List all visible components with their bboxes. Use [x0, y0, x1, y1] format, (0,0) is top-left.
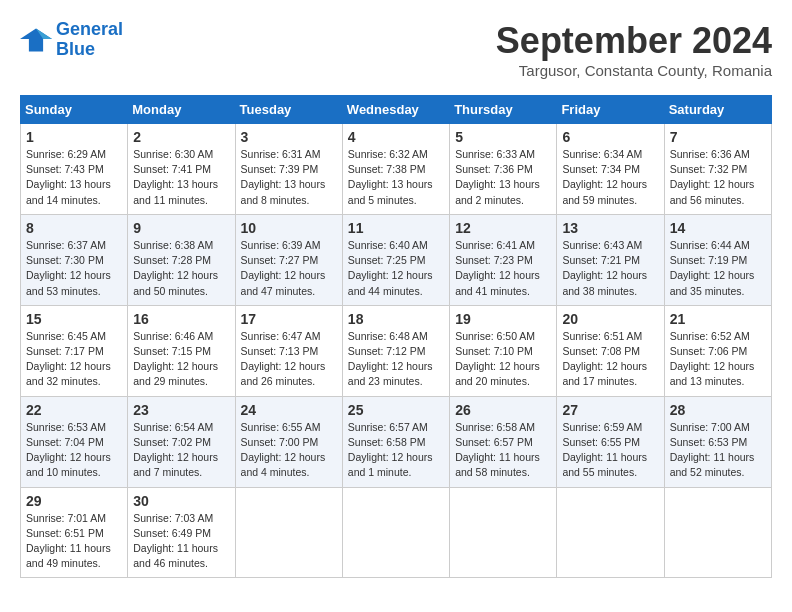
info-line: Sunrise: 6:57 AM — [348, 421, 428, 433]
info-line: and 41 minutes. — [455, 285, 530, 297]
day-number: 18 — [348, 311, 444, 327]
day-number: 28 — [670, 402, 766, 418]
info-line: Sunrise: 6:37 AM — [26, 239, 106, 251]
calendar-cell: 16Sunrise: 6:46 AMSunset: 7:15 PMDayligh… — [128, 305, 235, 396]
calendar-cell: 24Sunrise: 6:55 AMSunset: 7:00 PMDayligh… — [235, 396, 342, 487]
info-line: Daylight: 12 hours — [348, 451, 433, 463]
info-line: Sunset: 7:39 PM — [241, 163, 319, 175]
info-line: Sunrise: 7:03 AM — [133, 512, 213, 524]
info-line: Sunset: 7:28 PM — [133, 254, 211, 266]
info-line: Sunset: 7:12 PM — [348, 345, 426, 357]
header-monday: Monday — [128, 96, 235, 124]
day-number: 11 — [348, 220, 444, 236]
calendar-cell: 19Sunrise: 6:50 AMSunset: 7:10 PMDayligh… — [450, 305, 557, 396]
info-line: Sunset: 6:53 PM — [670, 436, 748, 448]
day-number: 3 — [241, 129, 337, 145]
calendar-cell: 21Sunrise: 6:52 AMSunset: 7:06 PMDayligh… — [664, 305, 771, 396]
info-line: Sunrise: 6:39 AM — [241, 239, 321, 251]
day-number: 16 — [133, 311, 229, 327]
info-line: Sunset: 7:25 PM — [348, 254, 426, 266]
info-line: Sunset: 7:10 PM — [455, 345, 533, 357]
info-line: Sunset: 7:08 PM — [562, 345, 640, 357]
info-line: Daylight: 11 hours — [670, 451, 755, 463]
logo-text: General Blue — [56, 20, 123, 60]
calendar-cell: 6Sunrise: 6:34 AMSunset: 7:34 PMDaylight… — [557, 124, 664, 215]
day-info: Sunrise: 6:40 AMSunset: 7:25 PMDaylight:… — [348, 238, 444, 299]
day-number: 7 — [670, 129, 766, 145]
info-line: Daylight: 11 hours — [26, 542, 111, 554]
logo-icon — [20, 26, 52, 54]
info-line: Sunset: 7:34 PM — [562, 163, 640, 175]
week-row-2: 8Sunrise: 6:37 AMSunset: 7:30 PMDaylight… — [21, 214, 772, 305]
location-subtitle: Targusor, Constanta County, Romania — [496, 62, 772, 79]
day-info: Sunrise: 7:01 AMSunset: 6:51 PMDaylight:… — [26, 511, 122, 572]
info-line: Sunrise: 7:01 AM — [26, 512, 106, 524]
info-line: Sunrise: 7:00 AM — [670, 421, 750, 433]
info-line: Daylight: 12 hours — [241, 269, 326, 281]
day-info: Sunrise: 6:48 AMSunset: 7:12 PMDaylight:… — [348, 329, 444, 390]
day-info: Sunrise: 6:59 AMSunset: 6:55 PMDaylight:… — [562, 420, 658, 481]
day-info: Sunrise: 7:00 AMSunset: 6:53 PMDaylight:… — [670, 420, 766, 481]
info-line: and 29 minutes. — [133, 375, 208, 387]
info-line: and 8 minutes. — [241, 194, 310, 206]
info-line: and 1 minute. — [348, 466, 412, 478]
info-line: and 49 minutes. — [26, 557, 101, 569]
info-line: Sunset: 6:57 PM — [455, 436, 533, 448]
title-block: September 2024 Targusor, Constanta Count… — [496, 20, 772, 79]
day-info: Sunrise: 6:55 AMSunset: 7:00 PMDaylight:… — [241, 420, 337, 481]
info-line: and 46 minutes. — [133, 557, 208, 569]
day-info: Sunrise: 6:30 AMSunset: 7:41 PMDaylight:… — [133, 147, 229, 208]
info-line: Sunset: 7:19 PM — [670, 254, 748, 266]
svg-marker-0 — [20, 28, 52, 51]
day-info: Sunrise: 6:58 AMSunset: 6:57 PMDaylight:… — [455, 420, 551, 481]
info-line: Sunrise: 6:34 AM — [562, 148, 642, 160]
info-line: Sunrise: 6:59 AM — [562, 421, 642, 433]
day-number: 1 — [26, 129, 122, 145]
info-line: Daylight: 13 hours — [241, 178, 326, 190]
day-info: Sunrise: 6:34 AMSunset: 7:34 PMDaylight:… — [562, 147, 658, 208]
info-line: Sunrise: 6:52 AM — [670, 330, 750, 342]
calendar-cell: 3Sunrise: 6:31 AMSunset: 7:39 PMDaylight… — [235, 124, 342, 215]
info-line: Sunrise: 6:47 AM — [241, 330, 321, 342]
day-info: Sunrise: 6:33 AMSunset: 7:36 PMDaylight:… — [455, 147, 551, 208]
info-line: Sunrise: 6:43 AM — [562, 239, 642, 251]
day-info: Sunrise: 6:54 AMSunset: 7:02 PMDaylight:… — [133, 420, 229, 481]
info-line: Daylight: 12 hours — [133, 269, 218, 281]
day-number: 2 — [133, 129, 229, 145]
info-line: Sunset: 6:49 PM — [133, 527, 211, 539]
day-info: Sunrise: 6:57 AMSunset: 6:58 PMDaylight:… — [348, 420, 444, 481]
info-line: Sunset: 7:36 PM — [455, 163, 533, 175]
info-line: and 58 minutes. — [455, 466, 530, 478]
info-line: and 11 minutes. — [133, 194, 208, 206]
day-info: Sunrise: 7:03 AMSunset: 6:49 PMDaylight:… — [133, 511, 229, 572]
info-line: Sunset: 6:58 PM — [348, 436, 426, 448]
info-line: Daylight: 12 hours — [562, 360, 647, 372]
calendar-cell: 13Sunrise: 6:43 AMSunset: 7:21 PMDayligh… — [557, 214, 664, 305]
info-line: and 38 minutes. — [562, 285, 637, 297]
info-line: Daylight: 13 hours — [26, 178, 111, 190]
info-line: and 13 minutes. — [670, 375, 745, 387]
info-line: Sunrise: 6:46 AM — [133, 330, 213, 342]
calendar-cell — [235, 487, 342, 578]
info-line: Daylight: 12 hours — [562, 269, 647, 281]
info-line: Sunrise: 6:53 AM — [26, 421, 106, 433]
week-row-1: 1Sunrise: 6:29 AMSunset: 7:43 PMDaylight… — [21, 124, 772, 215]
info-line: and 59 minutes. — [562, 194, 637, 206]
calendar-cell: 30Sunrise: 7:03 AMSunset: 6:49 PMDayligh… — [128, 487, 235, 578]
info-line: Sunrise: 6:33 AM — [455, 148, 535, 160]
info-line: Sunrise: 6:45 AM — [26, 330, 106, 342]
info-line: Daylight: 12 hours — [133, 360, 218, 372]
calendar-cell: 5Sunrise: 6:33 AMSunset: 7:36 PMDaylight… — [450, 124, 557, 215]
day-number: 23 — [133, 402, 229, 418]
info-line: Daylight: 12 hours — [670, 178, 755, 190]
info-line: Sunset: 7:04 PM — [26, 436, 104, 448]
day-number: 6 — [562, 129, 658, 145]
info-line: and 23 minutes. — [348, 375, 423, 387]
info-line: Sunrise: 6:36 AM — [670, 148, 750, 160]
info-line: and 50 minutes. — [133, 285, 208, 297]
day-number: 17 — [241, 311, 337, 327]
day-number: 12 — [455, 220, 551, 236]
header-saturday: Saturday — [664, 96, 771, 124]
info-line: Daylight: 12 hours — [26, 451, 111, 463]
info-line: and 4 minutes. — [241, 466, 310, 478]
